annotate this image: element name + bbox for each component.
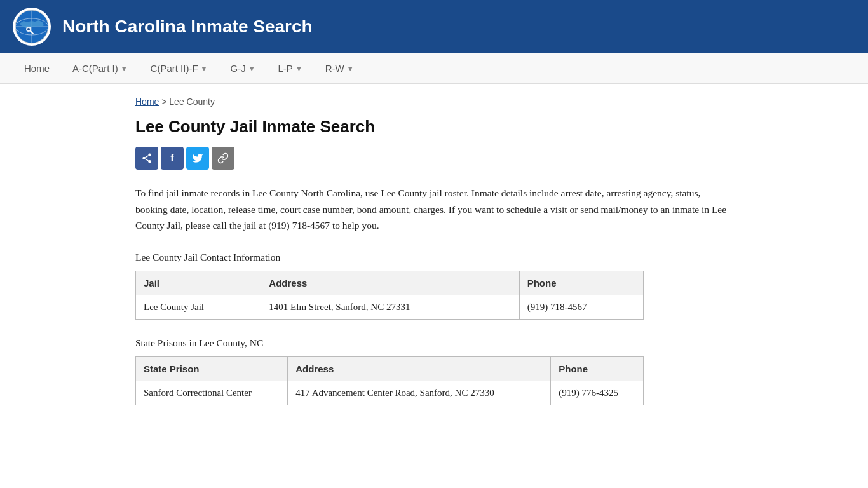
breadcrumb-home-link[interactable]: Home	[135, 97, 159, 107]
jail-col-jail: Jail	[136, 271, 261, 295]
table-cell: (919) 776-4325	[551, 381, 644, 405]
svg-point-6	[27, 28, 30, 30]
table-cell: (919) 718-4567	[519, 295, 643, 319]
table-cell: 1401 Elm Street, Sanford, NC 27331	[261, 295, 519, 319]
prison-col-phone: Phone	[551, 356, 644, 381]
facebook-button[interactable]: f	[161, 147, 184, 170]
social-share-bar: f	[135, 147, 733, 170]
table-cell: Sanford Correctional Center	[136, 381, 288, 405]
nav-item-l-p[interactable]: L-P▼	[267, 54, 314, 83]
breadcrumb-separator: >	[161, 97, 169, 107]
svg-line-12	[145, 156, 148, 158]
breadcrumb: Home > Lee County	[135, 97, 733, 107]
nav-item-g-j[interactable]: G-J▼	[219, 54, 266, 83]
svg-point-8	[148, 154, 151, 157]
table-cell: Lee County Jail	[136, 295, 261, 319]
prison-table: State Prison Address Phone Sanford Corre…	[135, 356, 644, 405]
main-nav: HomeA-C(Part I)▼C(Part II)-F▼G-J▼L-P▼R-W…	[0, 53, 868, 84]
page-title: Lee County Jail Inmate Search	[135, 117, 733, 137]
prison-section-heading: State Prisons in Lee County, NC	[135, 337, 733, 349]
jail-table-header-row: Jail Address Phone	[136, 271, 644, 295]
table-cell: 417 Advancement Center Road, Sanford, NC…	[288, 381, 551, 405]
description-text: To find jail inmate records in Lee Count…	[135, 185, 733, 234]
nav-item-a-c-part-i-[interactable]: A-C(Part I)▼	[61, 54, 139, 83]
main-content: Home > Lee County Lee County Jail Inmate…	[123, 84, 745, 449]
jail-col-phone: Phone	[519, 271, 643, 295]
jail-col-address: Address	[261, 271, 519, 295]
svg-point-9	[142, 157, 146, 160]
prison-table-header-row: State Prison Address Phone	[136, 356, 644, 381]
dropdown-arrow-icon: ▼	[201, 65, 208, 72]
dropdown-arrow-icon: ▼	[248, 65, 255, 72]
table-row: Sanford Correctional Center417 Advanceme…	[136, 381, 644, 405]
site-title: North Carolina Inmate Search	[62, 17, 313, 37]
table-row: Lee County Jail1401 Elm Street, Sanford,…	[136, 295, 644, 319]
share-button[interactable]	[135, 147, 158, 170]
jail-section-heading: Lee County Jail Contact Information	[135, 252, 733, 263]
nav-item-r-w[interactable]: R-W▼	[314, 54, 365, 83]
svg-line-11	[145, 159, 148, 161]
jail-table: Jail Address Phone Lee County Jail1401 E…	[135, 271, 644, 320]
prison-col-name: State Prison	[136, 356, 288, 381]
nav-item-c-part-ii--f[interactable]: C(Part II)-F▼	[139, 54, 219, 83]
copy-link-button[interactable]	[212, 147, 234, 170]
breadcrumb-current: Lee County	[169, 97, 215, 107]
twitter-button[interactable]	[186, 147, 209, 170]
dropdown-arrow-icon: ▼	[295, 65, 302, 72]
nav-item-home[interactable]: Home	[13, 54, 61, 83]
prison-col-address: Address	[288, 356, 551, 381]
dropdown-arrow-icon: ▼	[121, 65, 128, 72]
site-logo[interactable]	[13, 8, 51, 46]
svg-point-10	[148, 160, 151, 163]
dropdown-arrow-icon: ▼	[347, 65, 354, 72]
header: North Carolina Inmate Search	[0, 0, 868, 53]
